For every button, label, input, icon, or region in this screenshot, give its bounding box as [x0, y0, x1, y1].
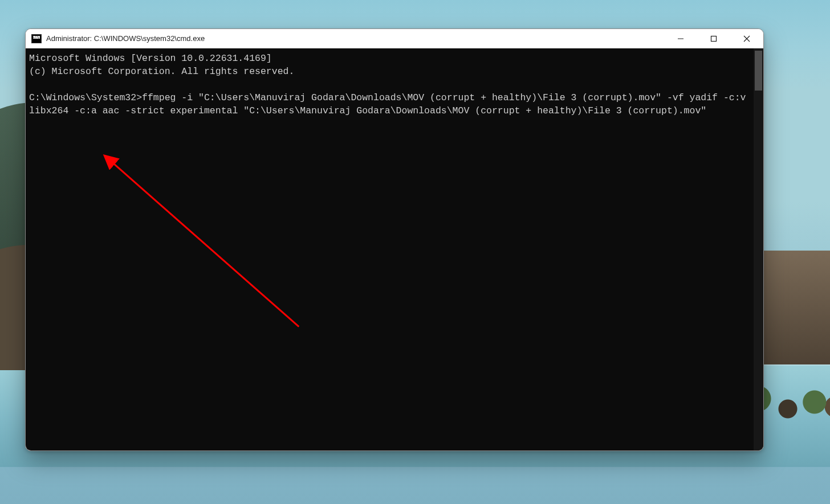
scrollbar-thumb[interactable]: [755, 51, 762, 91]
terminal-line-copyright: (c) Microsoft Corporation. All rights re…: [29, 66, 294, 77]
cmd-icon: C:\.: [31, 34, 42, 43]
terminal-output[interactable]: Microsoft Windows [Version 10.0.22631.41…: [26, 48, 754, 450]
terminal-area[interactable]: Microsoft Windows [Version 10.0.22631.41…: [26, 48, 763, 450]
window-title: Administrator: C:\WINDOWS\system32\cmd.e…: [46, 34, 205, 43]
minimize-button[interactable]: [664, 29, 697, 48]
terminal-line-version: Microsoft Windows [Version 10.0.22631.41…: [29, 53, 272, 64]
cmd-window[interactable]: C:\. Administrator: C:\WINDOWS\system32\…: [25, 28, 764, 451]
titlebar[interactable]: C:\. Administrator: C:\WINDOWS\system32\…: [26, 29, 763, 48]
close-button[interactable]: [730, 29, 763, 48]
maximize-button[interactable]: [697, 29, 730, 48]
terminal-prompt: C:\Windows\System32>: [29, 92, 142, 103]
scrollbar[interactable]: [754, 48, 763, 450]
svg-rect-0: [711, 36, 717, 41]
